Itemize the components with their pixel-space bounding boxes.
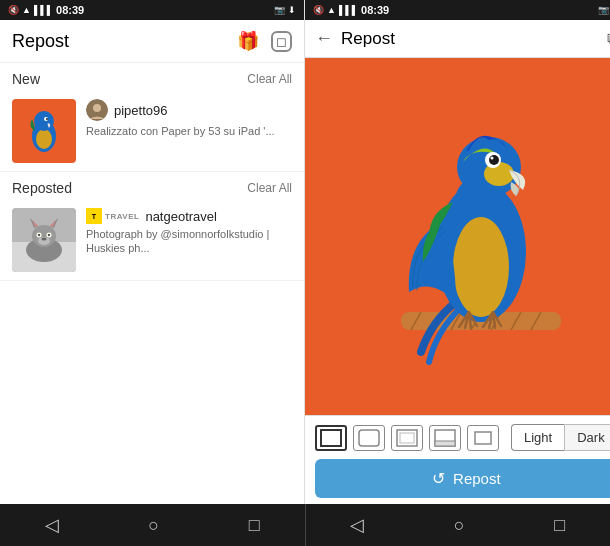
svg-point-31 <box>453 217 509 317</box>
reposted-post-item[interactable]: T TRAVEL natgeotravel Photograph by @sim… <box>0 202 304 281</box>
frame-options: Light Dark <box>315 424 610 451</box>
right-signal-icon: ▌▌▌ <box>339 5 358 15</box>
frame-option-1[interactable] <box>315 425 347 451</box>
new-clear-btn[interactable]: Clear All <box>247 72 292 86</box>
right-title: Repost <box>341 29 599 49</box>
instagram-icon[interactable]: ◻ <box>271 31 292 52</box>
svg-point-21 <box>42 238 47 241</box>
right-back-btn[interactable]: ◁ <box>338 506 376 544</box>
svg-point-5 <box>46 118 48 120</box>
parrot-container <box>305 58 610 415</box>
svg-point-3 <box>34 111 54 131</box>
light-theme-btn[interactable]: Light <box>511 424 564 451</box>
reposted-post-info: T TRAVEL natgeotravel Photograph by @sim… <box>86 208 292 256</box>
natgeo-logo: T TRAVEL <box>86 208 139 224</box>
wolf-thumb-svg <box>12 208 76 272</box>
reposted-label: Reposted <box>12 180 72 196</box>
frame-option-5[interactable] <box>467 425 499 451</box>
bottom-nav: ◁ ○ □ ◁ ○ □ <box>0 504 610 546</box>
left-time: 08:39 <box>56 4 84 16</box>
frame-option-2[interactable] <box>353 425 385 451</box>
right-wifi-icon: ▲ <box>327 5 336 15</box>
svg-point-2 <box>36 129 52 149</box>
external-link-icon[interactable]: ⧉ <box>607 30 610 48</box>
left-recent-btn[interactable]: □ <box>237 507 272 544</box>
repost-icon: ↺ <box>432 469 445 488</box>
reposted-section-header: Reposted Clear All <box>0 172 304 202</box>
dark-theme-btn[interactable]: Dark <box>564 424 610 451</box>
svg-rect-41 <box>400 433 414 443</box>
bottom-controls: Light Dark ↺ Repost <box>305 415 610 504</box>
reposted-post-user-row: T TRAVEL natgeotravel <box>86 208 292 224</box>
left-panel: 🔇 ▲ ▌▌▌ 08:39 📷 ⬇ Repost 🎁 ◻ <box>0 0 305 504</box>
natgeo-text: TRAVEL <box>105 212 139 221</box>
reposted-post-thumb <box>12 208 76 272</box>
svg-point-19 <box>48 234 50 236</box>
left-header-icons: 🎁 ◻ <box>237 30 292 52</box>
gift-icon[interactable]: 🎁 <box>237 30 259 52</box>
frame-option-4[interactable] <box>429 425 461 451</box>
main-area: 🔇 ▲ ▌▌▌ 08:39 📷 ⬇ Repost 🎁 ◻ <box>0 0 610 504</box>
right-status-right: 📷 ⬇ <box>598 5 610 15</box>
left-status-left: 🔇 ▲ ▌▌▌ 08:39 <box>8 4 84 16</box>
photo-icon: 📷 <box>274 5 285 15</box>
new-post-item[interactable]: pipetto96 Realizzato con Paper by 53 su … <box>0 93 304 172</box>
left-home-btn[interactable]: ○ <box>136 507 171 544</box>
right-header: ← Repost ⧉ <box>305 20 610 58</box>
new-post-username: pipetto96 <box>114 103 168 118</box>
right-photo-icon: 📷 <box>598 5 609 15</box>
right-status-left: 🔇 ▲ ▌▌▌ 08:39 <box>313 4 389 16</box>
signal-icon: ▌▌▌ <box>34 5 53 15</box>
parrot-thumb-svg <box>14 101 74 161</box>
theme-buttons: Light Dark <box>511 424 610 451</box>
frame-option-3[interactable] <box>391 425 423 451</box>
left-header: Repost 🎁 ◻ <box>0 20 304 63</box>
new-label: New <box>12 71 40 87</box>
mute-icon: 🔇 <box>8 5 19 15</box>
parrot-main-svg <box>341 92 591 382</box>
new-post-avatar <box>86 99 108 121</box>
right-recent-btn[interactable]: □ <box>542 507 577 544</box>
image-area <box>305 58 610 415</box>
repost-label: Repost <box>453 470 501 487</box>
svg-point-37 <box>491 156 494 159</box>
reposted-post-caption: Photograph by @simonnorfolkstudio | Husk… <box>86 227 292 256</box>
download-icon: ⬇ <box>288 5 296 15</box>
right-home-btn[interactable]: ○ <box>442 507 477 544</box>
right-panel: 🔇 ▲ ▌▌▌ 08:39 📷 ⬇ ← Repost ⧉ <box>305 0 610 504</box>
app-container: 🔇 ▲ ▌▌▌ 08:39 📷 ⬇ Repost 🎁 ◻ <box>0 0 610 546</box>
left-back-btn[interactable]: ◁ <box>33 506 71 544</box>
new-post-thumb <box>12 99 76 163</box>
reposted-post-username: natgeotravel <box>145 209 217 224</box>
svg-point-18 <box>38 234 40 236</box>
new-post-info: pipetto96 Realizzato con Paper by 53 su … <box>86 99 292 138</box>
reposted-clear-btn[interactable]: Clear All <box>247 181 292 195</box>
svg-point-36 <box>489 155 499 165</box>
left-status-bar: 🔇 ▲ ▌▌▌ 08:39 📷 ⬇ <box>0 0 304 20</box>
new-post-user-row: pipetto96 <box>86 99 292 121</box>
new-post-caption: Realizzato con Paper by 53 su iPad '... <box>86 124 292 138</box>
left-status-right: 📷 ⬇ <box>274 5 296 15</box>
back-button[interactable]: ← <box>315 28 333 49</box>
right-status-bar: 🔇 ▲ ▌▌▌ 08:39 📷 ⬇ <box>305 0 610 20</box>
left-nav: ◁ ○ □ <box>0 504 305 546</box>
wifi-icon: ▲ <box>22 5 31 15</box>
svg-rect-38 <box>321 430 341 446</box>
right-nav: ◁ ○ □ <box>306 504 611 546</box>
right-time: 08:39 <box>361 4 389 16</box>
svg-rect-44 <box>475 432 491 444</box>
repost-button[interactable]: ↺ Repost <box>315 459 610 498</box>
right-mute-icon: 🔇 <box>313 5 324 15</box>
svg-rect-43 <box>435 441 455 446</box>
left-title: Repost <box>12 31 69 52</box>
new-section-header: New Clear All <box>0 63 304 93</box>
svg-rect-39 <box>359 430 379 446</box>
svg-point-7 <box>93 104 101 112</box>
